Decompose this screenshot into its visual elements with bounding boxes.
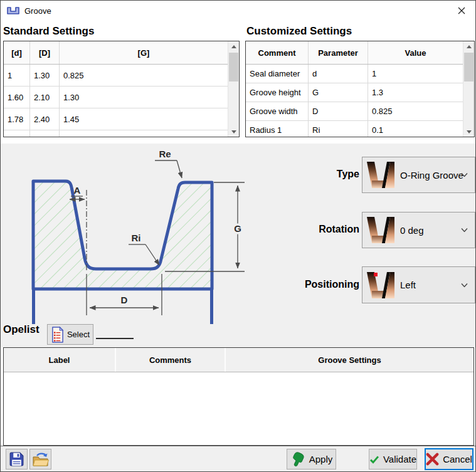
apply-button[interactable]: Apply [287,449,336,469]
rotation-label: Rotation [239,224,359,235]
cell-d: 1.78 [4,108,30,130]
cell-D: 2.40 [30,108,60,130]
cancel-button-label: Cancel [443,454,472,464]
middle-panel: G D A Re Ri [1,144,476,347]
cell-d: 1.60 [4,87,30,108]
groove-diagram: G D A Re Ri [1,144,251,332]
customized-table-row[interactable]: Radius 1 Ri 0.1 [246,121,463,137]
save-button[interactable] [6,449,28,469]
standard-settings-table: [d] [D] [G] 1 1.30 0.825 1.60 2.10 1.30 [3,41,240,137]
scrollbar-thumb[interactable] [229,53,238,81]
cell-D: 2.50 [30,130,60,137]
customized-table-row[interactable]: Seal diameter d 1 [246,65,463,83]
column-header-comments: Comments [116,348,226,372]
column-header-parameter: Parameter [309,41,368,64]
cell-D: 2.10 [30,87,60,108]
check-icon [369,453,379,466]
standard-table-row[interactable]: 1.78 2.40 1.45 [4,108,228,130]
groove-cross-section [33,181,212,289]
column-header-D: [D] [30,41,60,64]
footer-bar: Apply Validate Cancel [1,446,476,472]
standard-table-row[interactable]: 1.60 2.10 1.30 [4,87,228,108]
cell-parameter: G [309,83,368,102]
cell-d: 1.90 [4,130,30,137]
standard-settings-heading: Standard Settings [3,25,94,38]
type-dropdown[interactable]: O-Ring Groove [362,157,475,193]
column-header-G: [G] [60,41,228,64]
column-header-comment: Comment [246,41,309,64]
customized-table-row[interactable]: Groove height G 1.3 [246,83,463,102]
cell-G: 1.55 [60,130,228,137]
customized-settings-heading: Customized Settings [246,25,352,38]
groove-app-icon [6,6,20,16]
title-bar: Groove [1,1,475,21]
rotation-dropdown[interactable]: 0 deg [362,212,475,248]
cell-G: 0.825 [60,65,228,86]
validate-button-label: Validate [383,454,416,464]
open-folder-icon [32,452,49,467]
groove-type-preview-icon [366,161,396,189]
dim-label-D: D [121,295,128,305]
cell-d: 1 [4,65,30,86]
save-icon [9,451,24,467]
opelist-table: Label Comments Groove Settings [3,347,474,446]
cell-parameter: D [309,102,368,120]
scroll-down-icon[interactable] [228,127,239,137]
customized-table-header: Comment Parameter Value [246,41,463,65]
scroll-down-icon[interactable] [463,127,474,137]
scroll-up-icon[interactable] [228,41,239,51]
chevron-down-icon [461,173,468,177]
scrollbar-thumb[interactable] [464,53,473,81]
column-header-label: Label [4,348,116,372]
opelist-heading: Opelist [3,323,40,336]
cell-value[interactable]: 0.1 [368,121,463,137]
groove-positioning-preview-icon [366,271,396,299]
positioning-value: Left [400,280,416,290]
opelist-table-header: Label Comments Groove Settings [4,348,473,372]
standard-table-row[interactable]: 1 1.30 0.825 [4,65,228,87]
opelist-selection-placeholder [96,329,134,339]
dim-label-A: A [74,185,81,196]
rotation-value: 0 deg [400,225,424,236]
close-button[interactable] [447,1,475,20]
type-label: Type [239,169,359,180]
hand-pointer-icon [290,452,305,467]
cell-G: 1.45 [60,108,228,130]
open-button[interactable] [29,449,51,469]
customized-table-row[interactable]: Groove width D 0.825 [246,102,463,121]
groove-dialog: Groove Standard Settings Customized Sett… [0,0,476,472]
cell-G: 1.30 [60,87,228,108]
groove-rotation-preview-icon [366,216,396,244]
select-button-label: Select [67,330,90,339]
customized-settings-table: Comment Parameter Value Seal diameter d … [245,41,475,137]
cell-value[interactable]: 0.825 [368,102,463,120]
standard-table-row[interactable]: 1.90 2.50 1.55 [4,130,228,137]
cross-icon [426,453,439,466]
column-header-value: Value [368,41,463,64]
type-value: O-Ring Groove [400,170,463,181]
cell-D: 1.30 [30,65,60,86]
cell-value[interactable]: 1 [368,65,463,83]
chevron-down-icon [461,228,468,233]
dim-label-Re: Re [159,149,171,159]
cell-comment: Seal diameter [246,65,309,83]
customized-table-scrollbar[interactable] [463,41,474,137]
cell-value[interactable]: 1.3 [368,83,463,102]
column-header-groove-settings: Groove Settings [226,348,473,372]
window-title: Groove [24,6,51,16]
cell-comment: Groove height [246,83,309,102]
cell-parameter: Ri [309,121,368,137]
cancel-button[interactable]: Cancel [425,448,473,470]
close-icon [458,7,465,14]
scroll-up-icon[interactable] [463,41,474,51]
opelist-select-button[interactable]: Select [47,324,93,345]
cell-comment: Groove width [246,102,309,120]
standard-table-scrollbar[interactable] [228,41,239,137]
apply-button-label: Apply [309,454,333,464]
chevron-down-icon [461,283,468,287]
positioning-dropdown[interactable]: Left [362,266,475,303]
dim-label-Ri: Ri [132,233,141,243]
positioning-label: Positioning [239,279,359,290]
validate-button[interactable]: Validate [369,449,417,469]
column-header-d: [d] [4,41,30,64]
